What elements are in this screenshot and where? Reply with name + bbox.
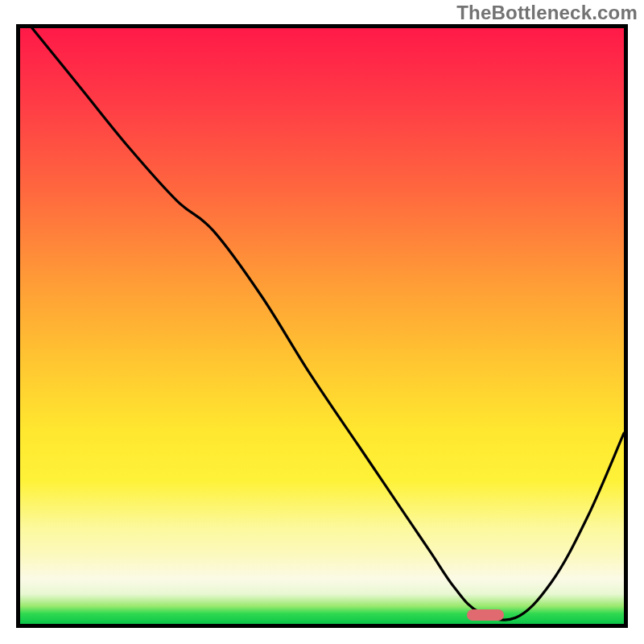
plot-area: [16, 24, 628, 628]
optimal-marker: [467, 609, 504, 621]
watermark-text: TheBottleneck.com: [456, 2, 638, 24]
chart-stage: TheBottleneck.com: [0, 0, 644, 644]
gradient-background: [20, 28, 624, 624]
